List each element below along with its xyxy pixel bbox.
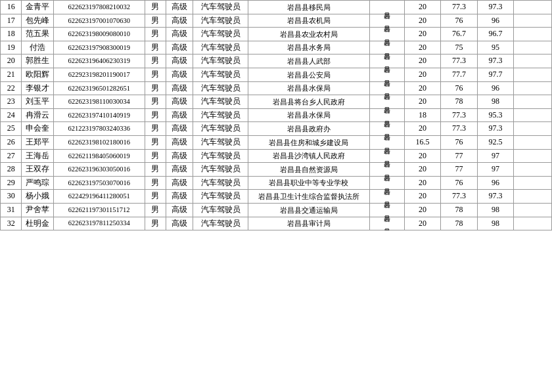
cell-id: 622623197001070630 (53, 14, 145, 28)
cell-id: 622623198110030034 (53, 95, 145, 109)
cell-cert: 岩昌县 (369, 149, 404, 163)
cell-type: 汽车驾驶员 (193, 203, 248, 217)
cell-remark (514, 1, 552, 14)
cell-score3: 97 (477, 163, 513, 177)
cell-score2: 76 (441, 81, 477, 95)
cell-score1: 20 (404, 163, 440, 177)
cell-id: 622923198201190017 (53, 68, 145, 81)
cell-score2: 77.3 (441, 108, 477, 122)
cell-gender: 男 (145, 28, 166, 41)
cell-gender: 男 (145, 122, 166, 136)
table-row: 16 金青平 622623197808210032 男 高级 汽车驾驶员 岩昌县… (1, 1, 552, 14)
cell-level: 高级 (166, 95, 193, 109)
cell-score2: 77.3 (441, 54, 477, 68)
cell-score1: 20 (404, 176, 440, 190)
cell-level: 高级 (166, 54, 193, 68)
table-row: 32 杜明金 622623197811250334 男 高级 汽车驾驶员 岩昌县… (1, 217, 552, 230)
cell-no: 29 (1, 176, 22, 190)
cell-score2: 76.7 (441, 28, 477, 41)
cell-gender: 男 (145, 95, 166, 109)
cell-gender: 男 (145, 217, 166, 230)
cell-score3: 98 (477, 95, 513, 109)
cell-cert: 岩昌县 (369, 28, 404, 41)
cell-score3: 97.3 (477, 54, 513, 68)
cell-score3: 95 (477, 41, 513, 54)
cell-remark (514, 203, 552, 217)
cell-gender: 男 (145, 163, 166, 177)
cell-name: 申会奎 (22, 122, 54, 136)
cell-type: 汽车驾驶员 (193, 217, 248, 230)
cell-name: 尹舍苹 (22, 203, 54, 217)
cell-type: 汽车驾驶员 (193, 54, 248, 68)
cell-unit: 岩昌县职业中等专业学校 (248, 176, 369, 190)
cell-score2: 77.3 (441, 190, 477, 204)
table-row: 31 尹舍苹 622621197301151712 男 高级 汽车驾驶员 岩昌县… (1, 203, 552, 217)
cell-score3: 97.7 (477, 68, 513, 81)
table-row: 22 李银才 622623196501282651 男 高级 汽车驾驶员 岩昌县… (1, 81, 552, 95)
table-row: 29 严鸣琮 622623197503070016 男 高级 汽车驾驶员 岩昌县… (1, 176, 552, 190)
cell-unit: 岩昌县自然资源局 (248, 163, 369, 177)
cell-id: 622623197410140919 (53, 108, 145, 122)
table-row: 28 王双存 622623196303050016 男 高级 汽车驾驶员 岩昌县… (1, 163, 552, 177)
cell-remark (514, 108, 552, 122)
cell-score1: 20 (404, 1, 440, 14)
cell-name: 杨小娥 (22, 190, 54, 204)
cell-score3: 98 (477, 203, 513, 217)
table-row: 23 刘玉平 622623198110030034 男 高级 汽车驾驶员 岩昌县… (1, 95, 552, 109)
cell-id: 622623196501282651 (53, 81, 145, 95)
cell-no: 22 (1, 81, 22, 95)
cell-gender: 男 (145, 203, 166, 217)
cell-no: 21 (1, 68, 22, 81)
cell-id: 622623196303050016 (53, 163, 145, 177)
cell-name: 金青平 (22, 1, 54, 14)
cell-cert: 岩昌县 (369, 95, 404, 109)
cell-level: 高级 (166, 203, 193, 217)
cell-gender: 男 (145, 68, 166, 81)
cell-name: 冉滑云 (22, 108, 54, 122)
cell-type: 汽车驾驶员 (193, 135, 248, 149)
cell-gender: 男 (145, 135, 166, 149)
cell-name: 王海岳 (22, 149, 54, 163)
cell-name: 郭胜生 (22, 54, 54, 68)
cell-no: 17 (1, 14, 22, 28)
cell-score1: 20 (404, 190, 440, 204)
cell-cert: 岩昌县 (369, 176, 404, 190)
cell-score3: 96 (477, 81, 513, 95)
cell-unit: 岩昌县住房和城乡建设局 (248, 135, 369, 149)
cell-type: 汽车驾驶员 (193, 1, 248, 14)
cell-unit: 岩昌县将台乡人民政府 (248, 95, 369, 109)
cell-score1: 20 (404, 68, 440, 81)
cell-name: 刘玉平 (22, 95, 54, 109)
cell-gender: 男 (145, 41, 166, 54)
cell-type: 汽车驾驶员 (193, 14, 248, 28)
table-row: 25 申会奎 621223197803240336 男 高级 汽车驾驶员 岩昌县… (1, 122, 552, 136)
cell-id: 622621198405060019 (53, 149, 145, 163)
cell-cert: 岩昌县 (369, 122, 404, 136)
cell-score3: 96 (477, 176, 513, 190)
cell-type: 汽车驾驶员 (193, 190, 248, 204)
cell-level: 高级 (166, 163, 193, 177)
cell-score1: 18 (404, 108, 440, 122)
cell-name: 杜明金 (22, 217, 54, 230)
cell-cert: 岩昌县 (369, 14, 404, 28)
cell-type: 汽车驾驶员 (193, 28, 248, 41)
cell-type: 汽车驾驶员 (193, 163, 248, 177)
cell-score2: 77.3 (441, 122, 477, 136)
cell-level: 高级 (166, 135, 193, 149)
cell-level: 高级 (166, 190, 193, 204)
cell-score3: 96.7 (477, 28, 513, 41)
cell-score3: 97.3 (477, 190, 513, 204)
cell-remark (514, 135, 552, 149)
cell-name: 王双存 (22, 163, 54, 177)
cell-level: 高级 (166, 81, 193, 95)
cell-cert: 岩昌县 (369, 203, 404, 217)
cell-cert: 岩昌县 (369, 81, 404, 95)
cell-level: 高级 (166, 28, 193, 41)
cell-level: 高级 (166, 149, 193, 163)
cell-score1: 20 (404, 203, 440, 217)
cell-remark (514, 95, 552, 109)
table-row: 26 王郑平 622623198102180016 男 高级 汽车驾驶员 岩昌县… (1, 135, 552, 149)
cell-score3: 96 (477, 14, 513, 28)
cell-score1: 20 (404, 95, 440, 109)
cell-id: 622623198102180016 (53, 135, 145, 149)
